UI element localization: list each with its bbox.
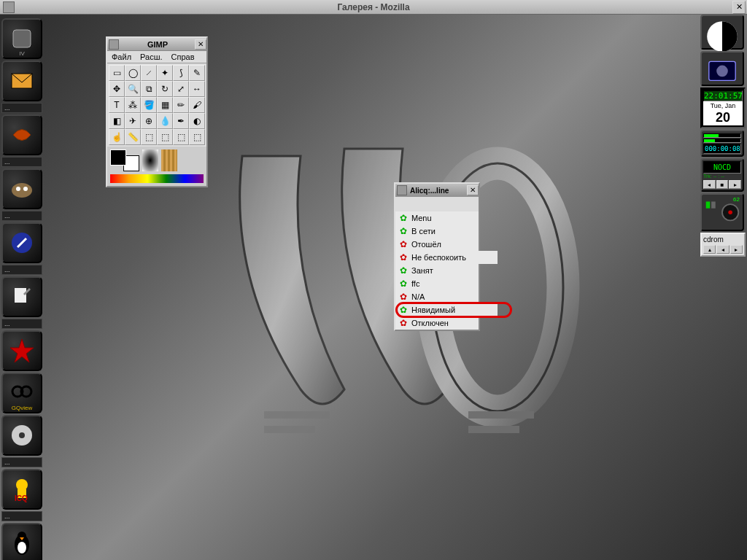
tool-measure[interactable]: 📏 bbox=[125, 129, 141, 145]
tool-x4[interactable]: ⬚ bbox=[189, 129, 205, 145]
meter-2 bbox=[703, 139, 741, 143]
flower-icon: ✿ bbox=[398, 292, 409, 302]
tool-move[interactable]: ✥ bbox=[109, 81, 125, 97]
tool-smudge[interactable]: ☝ bbox=[109, 129, 125, 145]
gimp-fg-bg[interactable] bbox=[110, 149, 139, 171]
tool-pen[interactable]: ✎ bbox=[189, 65, 205, 81]
dock-ellipsis[interactable]: ... bbox=[1, 457, 42, 467]
alicq-item-online[interactable]: ✿В сети bbox=[395, 225, 479, 238]
track-prev-button[interactable]: ◂ bbox=[703, 180, 716, 189]
tool-rect-select[interactable]: ▭ bbox=[109, 65, 125, 81]
dock-gqview[interactable]: GQview bbox=[1, 373, 42, 413]
tool-brush[interactable]: 🖌 bbox=[189, 97, 205, 113]
gimp-close-button[interactable]: ✕ bbox=[195, 39, 206, 50]
alicq-close-button[interactable]: ✕ bbox=[467, 185, 479, 195]
tool-pencil[interactable]: ✏ bbox=[173, 97, 189, 113]
dock-ellipsis[interactable]: ... bbox=[1, 319, 42, 329]
alicq-item-offline[interactable]: ✿Отключен bbox=[395, 316, 479, 330]
mixer-widget[interactable]: 62 bbox=[700, 193, 744, 231]
tool-x1[interactable]: ⬚ bbox=[141, 129, 157, 145]
close-button[interactable]: ✕ bbox=[732, 1, 746, 14]
tool-airbrush[interactable]: ✈ bbox=[125, 113, 141, 129]
gimp-menu-file[interactable]: Файл bbox=[107, 51, 136, 63]
tool-eraser[interactable]: ◧ bbox=[109, 113, 125, 129]
gimp-fg-color[interactable] bbox=[110, 149, 126, 166]
tool-ellipse-select[interactable]: ◯ bbox=[125, 65, 141, 81]
tool-crop[interactable]: ⧉ bbox=[141, 81, 157, 97]
flower-icon: ✿ bbox=[398, 226, 409, 236]
widget-logo[interactable] bbox=[700, 15, 744, 50]
tool-x3[interactable]: ⬚ bbox=[173, 129, 189, 145]
track-stop-button[interactable]: ■ bbox=[716, 180, 729, 189]
alicq-item-busy[interactable]: ✿Занят bbox=[395, 264, 479, 277]
gimp-titlebar[interactable]: GIMP ✕ bbox=[107, 38, 206, 51]
tool-wand[interactable]: ✦ bbox=[157, 65, 173, 81]
alicq-item-na[interactable]: ✿N/A bbox=[395, 290, 479, 303]
dock-mail[interactable] bbox=[1, 61, 42, 101]
alicq-window-icon[interactable] bbox=[397, 185, 407, 195]
cdrom-prev-button[interactable]: ◂ bbox=[716, 245, 729, 254]
alicq-item-away[interactable]: ✿Отошёл bbox=[395, 238, 479, 251]
tool-scale[interactable]: ⤢ bbox=[173, 81, 189, 97]
dock-edit[interactable] bbox=[1, 276, 42, 317]
dock-disc[interactable] bbox=[1, 415, 42, 456]
dock-star[interactable] bbox=[1, 330, 42, 371]
alicq-item-invisible[interactable]: ✿Нявидимый bbox=[395, 303, 498, 316]
clock-widget[interactable]: 22:01:57 Tue, Jan 20 bbox=[700, 88, 746, 128]
dock-ellipsis[interactable]: ... bbox=[1, 511, 42, 521]
flower-icon: ✿ bbox=[398, 239, 409, 249]
dock-gimp[interactable] bbox=[1, 168, 42, 209]
alicq-item-ffc[interactable]: ✿ffc bbox=[395, 277, 479, 290]
tool-picker[interactable]: ⁂ bbox=[125, 97, 141, 113]
widget-monitor[interactable] bbox=[700, 51, 744, 86]
track-label: Trk: -- : -- bbox=[703, 174, 741, 179]
dock-ellipsis[interactable]: ... bbox=[1, 103, 42, 113]
alicq-status-list: ✿Menu ✿В сети ✿Отошёл ✿Не беспокоить ✿За… bbox=[395, 211, 479, 330]
dock-ellipsis[interactable]: ... bbox=[1, 157, 42, 167]
dock-clip[interactable]: IV bbox=[1, 18, 42, 59]
svg-rect-12 bbox=[15, 288, 26, 303]
svg-rect-29 bbox=[711, 201, 716, 208]
clock-day: 20 bbox=[703, 110, 743, 125]
track-next-button[interactable]: ▸ bbox=[729, 180, 741, 189]
window-icon[interactable] bbox=[3, 1, 15, 13]
gimp-menu-help[interactable]: Справ bbox=[167, 51, 199, 63]
dock-ellipsis[interactable]: ... bbox=[1, 265, 42, 275]
tool-lasso[interactable]: ⟋ bbox=[141, 65, 157, 81]
gimp-brush-indicator[interactable] bbox=[142, 149, 158, 171]
tool-text[interactable]: T bbox=[109, 97, 125, 113]
tool-gradient[interactable]: ▦ bbox=[157, 97, 173, 113]
tool-clone[interactable]: ⊕ bbox=[141, 113, 157, 129]
gimp-window-icon[interactable] bbox=[109, 39, 119, 50]
flower-icon: ✿ bbox=[398, 318, 409, 328]
tool-x2[interactable]: ⬚ bbox=[157, 129, 173, 145]
svg-point-25 bbox=[716, 66, 728, 77]
tool-flip[interactable]: ↔ bbox=[189, 81, 205, 97]
tool-ink[interactable]: ✒ bbox=[173, 113, 189, 129]
tool-bezier[interactable]: ⟆ bbox=[173, 65, 189, 81]
tool-dodge[interactable]: ◐ bbox=[189, 113, 205, 129]
gimp-pattern-indicator[interactable] bbox=[161, 149, 177, 171]
cdrom-eject-button[interactable]: ▴ bbox=[703, 245, 716, 254]
gimp-title: GIMP bbox=[120, 40, 195, 49]
gimp-gradient-indicator[interactable] bbox=[110, 174, 204, 183]
dock-icq[interactable]: ICQ bbox=[1, 469, 42, 510]
alicq-item-menu[interactable]: ✿Menu bbox=[395, 211, 479, 225]
dock-penguin[interactable] bbox=[1, 523, 42, 560]
tool-rotate[interactable]: ↻ bbox=[157, 81, 173, 97]
gimp-menu-ext[interactable]: Расш. bbox=[136, 51, 166, 63]
svg-point-27 bbox=[728, 210, 732, 214]
svg-rect-2 bbox=[264, 411, 330, 419]
tool-zoom[interactable]: 🔍 bbox=[125, 81, 141, 97]
flower-icon: ✿ bbox=[398, 279, 409, 289]
tool-bucket[interactable]: 🪣 bbox=[141, 97, 157, 113]
dock-ellipsis[interactable]: ... bbox=[1, 211, 42, 221]
clock-time: 22:01:57 bbox=[703, 90, 743, 101]
dock-ddd[interactable] bbox=[1, 114, 42, 155]
alicq-toolbar bbox=[395, 197, 479, 211]
alicq-titlebar[interactable]: Alicq:...line ✕ bbox=[395, 184, 479, 197]
dock-brush[interactable] bbox=[1, 222, 42, 263]
alicq-item-dnd[interactable]: ✿Не беспокоить bbox=[395, 251, 498, 264]
tool-blur[interactable]: 💧 bbox=[157, 113, 173, 129]
cdrom-next-button[interactable]: ▸ bbox=[730, 245, 743, 254]
